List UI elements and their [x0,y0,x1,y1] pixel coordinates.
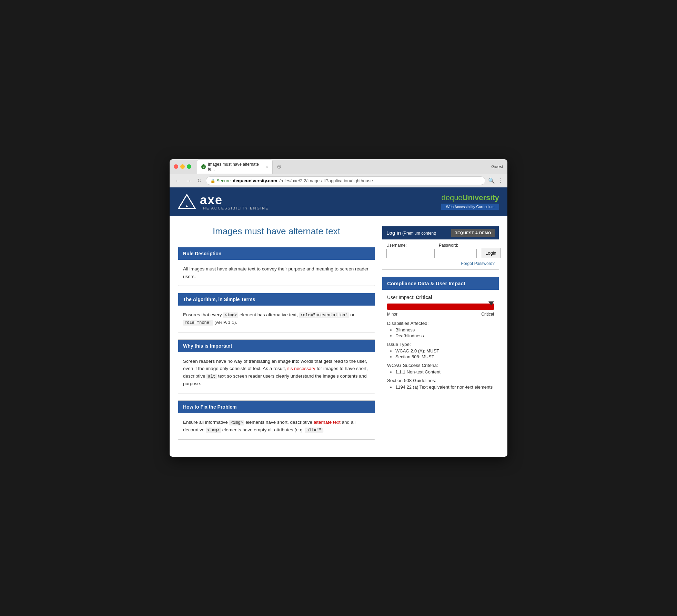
issue-type-item: Section 508: MUST [395,354,494,359]
why-important-body: Screen readers have no way of translatin… [178,352,375,393]
compliance-header: Compliance Data & User Impact [382,277,499,290]
issue-type-list: WCAG 2.0 (A): MUST Section 508: MUST [387,348,494,359]
menu-icon[interactable]: ⋮ [498,177,503,184]
login-fields: Username: Password: Login [386,243,495,258]
forward-button[interactable]: → [185,177,193,185]
compliance-body: User Impact: Critical Minor Critical [382,290,499,398]
deque-subtitle: Web Accessibility Curriculum [441,204,499,210]
algorithm-section: The Algorithm, in Simple Terms Ensures t… [178,293,375,332]
wcag-item: 1.1.1 Non-text Content [395,369,494,374]
impact-indicator [488,301,494,306]
password-label: Password: [439,243,477,248]
secure-text: Secure [216,178,231,183]
request-demo-button[interactable]: REQUEST A DEMO [451,229,495,237]
wcag-title: WCAG Success Criteria: [387,363,494,368]
alternate-text-link[interactable]: alternate text [314,420,341,425]
section-508-title: Section 508 Guidelines: [387,378,494,383]
axe-logo: ▲ axe THE ACCESSIBILITY ENGINE [178,193,269,210]
url-bar[interactable]: 🔒 Secure dequeuniversity.com /rules/axe/… [206,176,485,185]
impact-bar [387,304,494,310]
tab-close-icon[interactable]: × [266,164,268,169]
wcag-section: WCAG Success Criteria: 1.1.1 Non-text Co… [387,363,494,374]
password-field: Password: [439,243,477,258]
lock-icon: 🔒 [210,178,215,183]
password-input[interactable] [439,249,477,258]
title-bar: d Images must have alternate te... × ⊕ G… [170,159,507,174]
disability-item: Deafblindness [395,333,494,338]
alt-empty-code: alt="" [305,428,323,433]
main-content: Images must have alternate text Rule Des… [170,216,507,457]
disability-item: Blindness [395,327,494,332]
guest-label: Guest [491,164,503,169]
deque-suffix: University [463,193,499,202]
user-impact: User Impact: Critical [387,295,494,300]
issue-type-item: WCAG 2.0 (A): MUST [395,348,494,353]
its-necessary-link[interactable]: it's necessary [287,366,315,371]
username-field: Username: [386,243,435,258]
back-button[interactable]: ← [174,177,182,185]
new-tab-button[interactable]: ⊕ [275,163,283,171]
browser-window: d Images must have alternate te... × ⊕ G… [170,159,507,457]
fullscreen-button[interactable] [187,164,191,169]
impact-max-label: Critical [481,312,494,317]
login-button[interactable]: Login [481,248,501,258]
how-to-fix-header: How to Fix the Problem [178,401,375,413]
disabilities-section: Disabilities Affected: Blindness Deafbli… [387,321,494,338]
alt-code: alt [206,374,217,379]
section-508-item: 1194.22 (a) Text equivalent for non-text… [395,384,494,390]
page-title: Images must have alternate text [178,226,375,237]
deque-prefix: deque [441,193,462,202]
axe-logo-text: axe THE ACCESSIBILITY ENGINE [200,193,269,210]
role-none-code: role="none" [183,320,213,326]
login-body: Username: Password: Login Forgot Passwor… [382,239,499,269]
wcag-list: 1.1.1 Non-text Content [387,369,494,374]
impact-labels: Minor Critical [387,312,494,317]
page-content: ▲ axe THE ACCESSIBILITY ENGINE dequeUniv… [170,187,507,457]
axe-tagline: THE ACCESSIBILITY ENGINE [200,206,269,210]
active-tab[interactable]: d Images must have alternate te... × [197,160,273,174]
tab-favicon: d [201,164,206,169]
compliance-box: Compliance Data & User Impact User Impac… [382,277,499,398]
img-code-2: <img> [229,420,244,425]
left-column: Images must have alternate text Rule Des… [178,226,375,446]
login-header-text: Log in (Premium content) [386,230,436,236]
section-508-list: 1194.22 (a) Text equivalent for non-text… [387,384,494,390]
rule-description-header: Rule Description [178,247,375,260]
forgot-password-link[interactable]: Forgot Password? [461,261,495,266]
log-in-label: Log in [386,230,401,236]
login-header: Log in (Premium content) REQUEST A DEMO [382,226,499,239]
address-icons: 🔍 ⋮ [488,177,503,184]
why-important-title: Why this is Important [183,343,232,349]
axe-triangle-logo: ▲ [178,194,196,209]
axe-brand-name: axe [200,193,269,207]
role-presentation-code: role="presentation" [299,312,349,318]
url-path: /rules/axe/2.2/image-alt?application=lig… [279,178,373,183]
disabilities-list: Blindness Deafblindness [387,327,494,338]
refresh-button[interactable]: ↻ [196,177,203,185]
issue-type-section: Issue Type: WCAG 2.0 (A): MUST Section 5… [387,342,494,359]
user-impact-value: Critical [416,295,432,300]
disabilities-title: Disabilities Affected: [387,321,494,326]
close-button[interactable] [174,164,178,169]
username-input[interactable] [386,249,435,258]
username-label: Username: [386,243,435,248]
forgot-password-area: Forgot Password? [386,261,495,266]
algorithm-title: The Algorithm, in Simple Terms [183,297,255,302]
deque-name: dequeUniversity [441,193,499,202]
right-column: Log in (Premium content) REQUEST A DEMO … [382,226,499,446]
section-508-section: Section 508 Guidelines: 1194.22 (a) Text… [387,378,494,390]
premium-label: (Premium content) [402,231,436,236]
algorithm-header: The Algorithm, in Simple Terms [178,293,375,306]
deque-university-brand: dequeUniversity Web Accessibility Curric… [441,193,499,210]
rule-description-title: Rule Description [183,251,221,256]
tab-area: d Images must have alternate te... × ⊕ [197,160,488,174]
rule-description-section: Rule Description All images must have al… [178,247,375,286]
svg-text:▲: ▲ [185,204,189,208]
search-icon[interactable]: 🔍 [488,177,495,184]
algorithm-body: Ensures that every <img> element has alt… [178,306,375,332]
traffic-lights [174,164,191,169]
login-box: Log in (Premium content) REQUEST A DEMO … [382,226,499,270]
img-code: <img> [223,312,238,318]
minimize-button[interactable] [180,164,185,169]
user-impact-label: User Impact: [387,295,414,300]
